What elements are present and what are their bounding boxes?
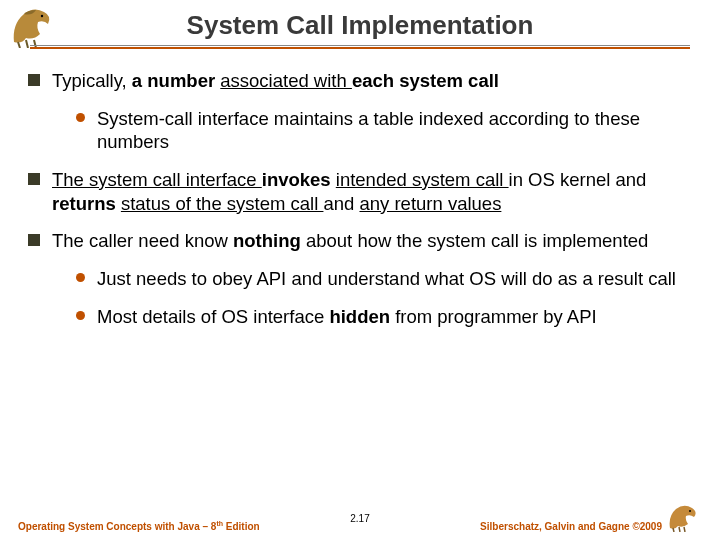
slide-number: 2.17 <box>350 513 369 524</box>
bullet-item: Typically, a number associated with each… <box>28 69 692 93</box>
text: Operating System Concepts with Java – 8 <box>18 521 216 532</box>
text-underline: any return values <box>359 193 501 214</box>
svg-point-1 <box>689 510 691 512</box>
text-bold: nothing <box>233 230 301 251</box>
dot-bullet-icon <box>76 113 85 122</box>
svg-point-0 <box>41 15 43 17</box>
slide-header: System Call Implementation <box>0 0 720 49</box>
sub-bullet-item: System-call interface maintains a table … <box>76 107 692 154</box>
text: Most details of OS interface <box>97 306 329 327</box>
bullet-item: The system call interface invokes intend… <box>28 168 692 215</box>
text-underline: associated with <box>220 70 352 91</box>
title-rule <box>20 47 700 49</box>
bullet-text: The caller need know nothing about how t… <box>52 229 648 253</box>
square-bullet-icon <box>28 234 40 246</box>
text: and <box>323 193 359 214</box>
sub-bullet-item: Just needs to obey API and understand wh… <box>76 267 692 291</box>
bullet-text: Typically, a number associated with each… <box>52 69 499 93</box>
text-underline: The system call interface <box>52 169 262 190</box>
footer-right: Silberschatz, Galvin and Gagne ©2009 <box>480 502 702 532</box>
slide-body: Typically, a number associated with each… <box>0 49 720 328</box>
sub-bullet-text: Most details of OS interface hidden from… <box>97 305 597 329</box>
text-underline: intended system call <box>336 169 509 190</box>
copyright-text: Silberschatz, Galvin and Gagne ©2009 <box>480 521 662 532</box>
text-bold: each system call <box>352 70 499 91</box>
text-underline: status of the system call <box>121 193 324 214</box>
dot-bullet-icon <box>76 311 85 320</box>
dot-bullet-icon <box>76 273 85 282</box>
text: Typically, <box>52 70 132 91</box>
text: about how the system call is implemented <box>301 230 649 251</box>
square-bullet-icon <box>28 74 40 86</box>
text: The caller need know <box>52 230 233 251</box>
text: from programmer by API <box>395 306 597 327</box>
dinosaur-icon <box>666 502 702 534</box>
text: in OS kernel and <box>509 169 647 190</box>
sub-bullet-item: Most details of OS interface hidden from… <box>76 305 692 329</box>
slide-footer: Operating System Concepts with Java – 8t… <box>0 502 720 532</box>
text-bold: hidden <box>329 306 395 327</box>
text-bold: invokes <box>262 169 336 190</box>
footer-left: Operating System Concepts with Java – 8t… <box>18 520 260 532</box>
bullet-text: The system call interface invokes intend… <box>52 168 692 215</box>
slide-title: System Call Implementation <box>20 10 700 41</box>
sub-list: System-call interface maintains a table … <box>76 107 692 154</box>
sub-bullet-text: Just needs to obey API and understand wh… <box>97 267 676 291</box>
square-bullet-icon <box>28 173 40 185</box>
text-bold: returns <box>52 193 121 214</box>
bullet-item: The caller need know nothing about how t… <box>28 229 692 253</box>
text: Edition <box>223 521 260 532</box>
text-bold: a number <box>132 70 220 91</box>
sub-list: Just needs to obey API and understand wh… <box>76 267 692 328</box>
sub-bullet-text: System-call interface maintains a table … <box>97 107 692 154</box>
